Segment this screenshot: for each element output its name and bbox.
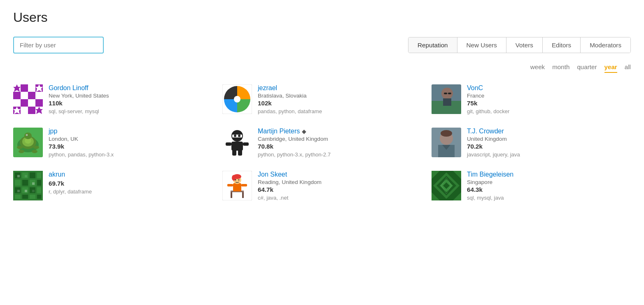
user-name-martijn-pieters[interactable]: Martijn Pieters ◆ (258, 128, 331, 135)
user-info-jezrael: jezrael Bratislava, Slovakia 102k pandas… (258, 84, 322, 114)
svg-rect-8 (35, 92, 43, 99)
svg-point-48 (234, 135, 236, 137)
user-name-tj-crowder[interactable]: T.J. Crowder (467, 128, 520, 135)
user-location-jon-skeet: Reading, United Kingdom (258, 179, 322, 185)
page-title: Users (13, 10, 631, 25)
avatar-jon-skeet (222, 171, 252, 200)
svg-rect-67 (37, 180, 41, 186)
svg-rect-12 (35, 99, 43, 107)
avatar-vonc (432, 84, 461, 114)
user-name-jpp[interactable]: jpp (49, 128, 114, 135)
filter-input[interactable] (13, 37, 104, 54)
user-tags-tj-crowder: javascript, jquery, java (467, 151, 520, 158)
period-bar: week month quarter year all (13, 63, 631, 73)
period-quarter[interactable]: quarter (577, 63, 597, 73)
user-location-vonc: France (467, 93, 509, 99)
avatar-gordon-linoff (13, 84, 43, 114)
user-rep-gordon-linoff: 110k (49, 100, 109, 107)
user-rep-jezrael: 102k (258, 100, 322, 107)
svg-rect-62 (30, 172, 35, 178)
svg-point-90 (235, 179, 236, 181)
avatar-tj-crowder (432, 128, 461, 157)
user-rep-tim-biegeleisen: 64.3k (467, 186, 513, 193)
user-rep-jon-skeet: 64.7k (258, 186, 322, 193)
users-grid: Gordon Linoff New York, United States 11… (13, 84, 631, 201)
period-month[interactable]: month (552, 63, 569, 73)
user-card-vonc: VonC France 75k git, github, docker (432, 84, 631, 114)
user-info-jon-skeet: Jon Skeet Reading, United Kingdom 64.7k … (258, 171, 322, 201)
svg-point-38 (24, 133, 32, 139)
svg-rect-73 (22, 195, 28, 199)
user-name-gordon-linoff[interactable]: Gordon Linoff (49, 84, 109, 92)
user-tags-martijn-pieters: python, python-3.x, python-2.7 (258, 151, 331, 158)
user-name-akrun[interactable]: akrun (49, 171, 92, 178)
svg-rect-63 (37, 172, 41, 178)
user-rep-jpp: 73.9k (49, 143, 114, 150)
mod-diamond-martijn: ◆ (302, 128, 306, 135)
user-card-akrun: akrun 69.7k r, dplyr, dataframe (13, 171, 212, 201)
svg-rect-50 (231, 142, 243, 151)
svg-rect-29 (443, 98, 451, 106)
tab-editors[interactable]: Editors (543, 37, 581, 53)
avatar-jpp (13, 128, 43, 157)
user-info-akrun: akrun 69.7k r, dplyr, dataframe (49, 171, 92, 195)
tab-voters[interactable]: Voters (506, 37, 543, 53)
svg-rect-74 (30, 195, 35, 199)
svg-point-43 (19, 150, 24, 153)
svg-rect-78 (32, 182, 35, 185)
user-name-jon-skeet[interactable]: Jon Skeet (258, 171, 322, 178)
svg-point-24 (234, 96, 240, 102)
user-info-martijn-pieters: Martijn Pieters ◆ Cambridge, United King… (258, 128, 331, 158)
svg-rect-15 (28, 107, 35, 114)
user-rep-tj-crowder: 70.2k (467, 143, 520, 150)
user-info-gordon-linoff: Gordon Linoff New York, United States 11… (49, 84, 109, 114)
svg-rect-3 (28, 84, 35, 92)
svg-point-91 (238, 179, 240, 181)
user-card-martijn-pieters: Martijn Pieters ◆ Cambridge, United King… (222, 128, 422, 158)
user-info-jpp: jpp London, UK 73.9k python, pandas, pyt… (49, 128, 114, 158)
svg-rect-54 (238, 150, 242, 156)
svg-rect-72 (15, 195, 21, 199)
svg-rect-47 (232, 135, 242, 137)
user-name-jezrael[interactable]: jezrael (258, 84, 322, 92)
svg-rect-79 (17, 190, 20, 192)
period-all[interactable]: all (625, 63, 631, 73)
user-info-vonc: VonC France 75k git, github, docker (467, 84, 509, 114)
tab-group: Reputation New Users Voters Editors Mode… (408, 37, 631, 53)
svg-rect-5 (13, 92, 21, 99)
svg-rect-92 (227, 184, 233, 186)
period-year[interactable]: year (604, 63, 617, 73)
svg-rect-53 (232, 150, 236, 156)
svg-rect-6 (21, 92, 28, 99)
top-bar: Reputation New Users Voters Editors Mode… (13, 37, 631, 54)
svg-point-49 (238, 135, 240, 137)
avatar-akrun (13, 171, 43, 200)
avatar-jezrael (222, 84, 252, 114)
period-week[interactable]: week (530, 63, 545, 73)
tab-moderators[interactable]: Moderators (581, 37, 630, 53)
user-card-tj-crowder: T.J. Crowder United Kingdom 70.2k javasc… (432, 128, 631, 158)
user-tags-gordon-linoff: sql, sql-server, mysql (49, 108, 109, 114)
svg-rect-84 (231, 192, 232, 198)
tab-new-users[interactable]: New Users (457, 37, 506, 53)
user-card-jezrael: jezrael Bratislava, Slovakia 102k pandas… (222, 84, 422, 114)
user-tags-vonc: git, github, docker (467, 108, 509, 114)
user-tags-jon-skeet: c#, java, .net (258, 195, 322, 201)
svg-point-58 (441, 130, 452, 137)
user-name-vonc[interactable]: VonC (467, 84, 509, 92)
svg-rect-9 (13, 99, 21, 107)
svg-rect-14 (21, 107, 28, 114)
user-card-jon-skeet: Jon Skeet Reading, United Kingdom 64.7k … (222, 171, 422, 201)
user-location-tj-crowder: United Kingdom (467, 136, 520, 142)
tab-reputation[interactable]: Reputation (408, 37, 457, 53)
user-location-martijn-pieters: Cambridge, United Kingdom (258, 136, 331, 142)
avatar-tim-biegeleisen (432, 171, 461, 200)
svg-rect-30 (444, 93, 447, 94)
user-name-tim-biegeleisen[interactable]: Tim Biegeleisen (467, 171, 513, 178)
user-rep-vonc: 75k (467, 100, 509, 107)
user-card-gordon-linoff: Gordon Linoff New York, United States 11… (13, 84, 212, 114)
svg-rect-31 (448, 93, 451, 94)
user-rep-martijn-pieters: 70.8k (258, 143, 331, 150)
svg-rect-80 (25, 190, 27, 192)
user-info-tim-biegeleisen: Tim Biegeleisen Singapore 64.3k sql, mys… (467, 171, 513, 201)
